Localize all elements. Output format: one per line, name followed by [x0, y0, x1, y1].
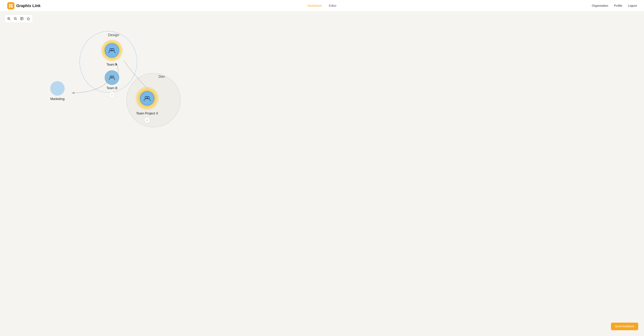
- team-project-x-circle: [140, 91, 154, 106]
- design-group-label: Design: [108, 33, 119, 37]
- svg-rect-0: [9, 4, 10, 6]
- canvas[interactable]: Design Dev Team A Te: [0, 12, 644, 336]
- app-name: Graphix Link: [16, 4, 40, 8]
- team-project-x-minus-button[interactable]: −: [144, 117, 150, 123]
- svg-point-18: [112, 49, 114, 51]
- svg-line-11: [16, 19, 17, 20]
- auto-layout-button[interactable]: [26, 16, 31, 22]
- svg-rect-3: [11, 6, 13, 8]
- team-b-circle: [105, 70, 119, 85]
- nav-right: Organisation Profile Logout: [592, 4, 637, 8]
- svg-rect-13: [20, 17, 23, 20]
- nav-editor[interactable]: Editor: [329, 4, 336, 8]
- team-project-x-label: Team Project X: [136, 112, 158, 115]
- marketing-node[interactable]: Marketing: [50, 81, 65, 101]
- nav-logout[interactable]: Logout: [628, 4, 637, 8]
- logo-icon: [7, 2, 14, 10]
- nav-profile[interactable]: Profile: [614, 4, 622, 8]
- svg-line-7: [10, 19, 10, 20]
- team-a-circle: [105, 43, 119, 58]
- svg-rect-2: [9, 6, 10, 8]
- dev-group-label: Dev: [158, 75, 165, 79]
- svg-point-22: [147, 96, 149, 99]
- team-b-label: Team B: [106, 86, 117, 90]
- send-feedback-button[interactable]: Send feedback: [611, 323, 638, 330]
- svg-point-20: [112, 76, 114, 78]
- nav-organisation[interactable]: Organisation: [592, 4, 608, 8]
- zoom-in-button[interactable]: [6, 16, 12, 22]
- navbar: Graphix Link Dashboard Editor Organisati…: [0, 0, 644, 12]
- zoom-out-button[interactable]: [12, 16, 18, 22]
- team-project-x-outer-glow: [136, 87, 159, 110]
- team-a-outer-glow: [101, 40, 123, 61]
- team-project-x-node[interactable]: Team Project X −: [136, 87, 159, 123]
- marketing-circle: [50, 81, 65, 96]
- svg-rect-1: [11, 4, 13, 6]
- toolbar: [4, 15, 33, 23]
- team-a-node[interactable]: Team A: [101, 40, 123, 67]
- team-b-node[interactable]: Team B −: [105, 70, 119, 98]
- nav-center: Dashboard Editor: [308, 4, 336, 8]
- fit-screen-button[interactable]: [19, 16, 25, 22]
- svg-point-19: [110, 76, 112, 78]
- svg-point-17: [110, 49, 112, 51]
- team-a-label: Team A: [106, 63, 117, 67]
- svg-point-21: [145, 96, 147, 99]
- nav-dashboard[interactable]: Dashboard: [308, 4, 322, 8]
- marketing-label: Marketing: [50, 97, 64, 101]
- logo-area: Graphix Link: [7, 2, 40, 10]
- team-b-minus-button[interactable]: −: [109, 92, 115, 98]
- connector-svg: [0, 12, 644, 336]
- svg-marker-16: [27, 17, 30, 20]
